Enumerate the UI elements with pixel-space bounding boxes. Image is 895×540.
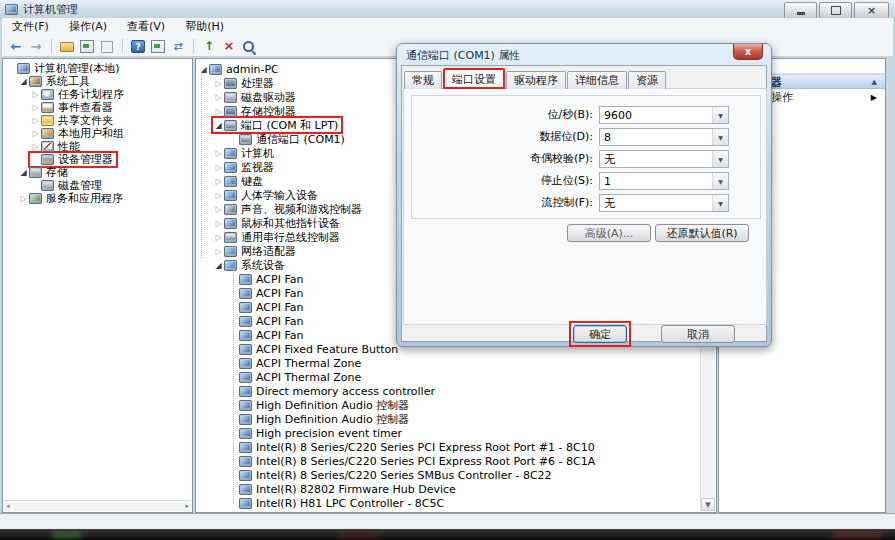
tree-item[interactable]: ▷本地用户和组	[3, 127, 192, 140]
ok-button[interactable]: 确定	[573, 325, 627, 343]
collapsed-arrow-icon[interactable]: ▷	[213, 205, 224, 214]
tree-item[interactable]: ACPI Thermal Zone	[196, 356, 716, 370]
properties-icon[interactable]	[99, 39, 115, 54]
tree-item[interactable]: Intel(R) 8 Series/C220 Series SMBus Cont…	[196, 468, 716, 482]
menu-action[interactable]: 操作(A)	[59, 18, 117, 36]
tab-port-settings[interactable]: 端口设置	[443, 68, 505, 89]
uninstall-icon[interactable]	[221, 39, 237, 54]
maximize-button[interactable]	[819, 2, 852, 19]
expanded-arrow-icon[interactable]: ◢	[213, 121, 224, 130]
expanded-arrow-icon[interactable]: ◢	[18, 77, 29, 86]
tree-row-content: Intel(R) 8 Series/C220 Series SMBus Cont…	[228, 468, 555, 482]
data-bits-combobox[interactable]: 8▼	[599, 128, 729, 146]
console-tree-panel: 计算机管理(本地)◢系统工具▷任务计划程序▷事件查看器▷共享文件夹▷本地用户和组…	[2, 58, 193, 513]
dev-icon	[224, 218, 237, 229]
tree-item[interactable]: Intel(R) 82802 Firmware Hub Device	[196, 482, 716, 496]
expanded-arrow-icon[interactable]: ◢	[213, 261, 224, 270]
tree-item[interactable]: Intel(R) 8 Series/C220 Series PCI Expres…	[196, 440, 716, 454]
tree-row-content: High precision event timer	[228, 426, 405, 440]
tree-item[interactable]: High Definition Audio 控制器	[196, 398, 716, 412]
horizontal-scrollbar[interactable]: ◂▸	[4, 500, 191, 511]
services-icon	[29, 193, 42, 204]
tree-item-label: 处理器	[241, 76, 274, 91]
tree-item-label: High precision event timer	[256, 427, 402, 440]
tab-resources[interactable]: 资源	[628, 71, 666, 89]
bits-per-second-combobox[interactable]: 9600▼	[599, 106, 729, 124]
close-button[interactable]: ×	[854, 2, 889, 19]
back-icon[interactable]	[8, 39, 24, 54]
expanded-arrow-icon[interactable]: ◢	[18, 168, 29, 177]
collapsed-arrow-icon[interactable]: ▷	[30, 103, 41, 112]
help-icon[interactable]	[130, 39, 146, 54]
collapsed-arrow-icon[interactable]: ▷	[213, 233, 224, 242]
console-tree: 计算机管理(本地)◢系统工具▷任务计划程序▷事件查看器▷共享文件夹▷本地用户和组…	[3, 62, 192, 205]
parity-combobox[interactable]: 无▼	[599, 150, 729, 168]
tree-item-label: ACPI Fixed Feature Button	[256, 343, 398, 356]
scan-hardware-icon[interactable]	[241, 39, 257, 54]
collapse-icon[interactable]: ▲	[872, 75, 877, 90]
maximize-icon	[831, 6, 841, 15]
menu-help[interactable]: 帮助(H)	[175, 18, 234, 36]
console-window-icon[interactable]	[79, 39, 95, 54]
tree-item[interactable]: Direct memory access controller	[196, 384, 716, 398]
collapsed-arrow-icon[interactable]: ▷	[30, 129, 41, 138]
tree-row-content: ◢admin-PC	[198, 62, 282, 76]
refresh-icon[interactable]	[170, 39, 186, 54]
collapsed-arrow-icon[interactable]: ▷	[213, 149, 224, 158]
collapsed-arrow-icon[interactable]: ▷	[30, 142, 41, 151]
chevron-down-icon[interactable]: ▼	[712, 173, 728, 189]
sidebar-item-device-manager[interactable]: 设备管理器	[3, 153, 192, 166]
scroll-right-icon[interactable]: ▸	[185, 502, 189, 510]
scroll-down-icon[interactable]: ▼	[701, 498, 715, 511]
chevron-down-icon[interactable]: ▼	[712, 129, 728, 145]
taskbar-blob	[832, 532, 882, 538]
tree-item[interactable]: Intel(R) 8 Series/C220 Series PCI Expres…	[196, 454, 716, 468]
collapsed-arrow-icon[interactable]: ▷	[213, 163, 224, 172]
chevron-down-icon[interactable]: ▼	[712, 107, 728, 123]
tab-general[interactable]: 常规	[404, 71, 442, 89]
scroll-left-icon[interactable]: ◂	[6, 502, 10, 510]
tree-row-content: ACPI Fan	[228, 314, 306, 328]
tree-row-content: ACPI Thermal Zone	[228, 370, 364, 384]
collapsed-arrow-icon[interactable]: ▷	[213, 177, 224, 186]
tree-item[interactable]: ▷服务和应用程序	[3, 192, 192, 205]
collapsed-arrow-icon[interactable]: ▷	[18, 194, 29, 203]
collapsed-arrow-icon[interactable]: ▷	[213, 247, 224, 256]
chevron-down-icon[interactable]: ▼	[712, 195, 728, 211]
console-window-icon[interactable]	[150, 39, 166, 54]
tree-item[interactable]: High Definition Audio 控制器	[196, 412, 716, 426]
flow-control-combobox[interactable]: 无▼	[599, 194, 729, 212]
collapsed-arrow-icon[interactable]: ▷	[213, 107, 224, 116]
menu-view[interactable]: 查看(V)	[117, 18, 175, 36]
disk-icon	[41, 180, 54, 191]
tab-driver[interactable]: 驱动程序	[506, 71, 566, 89]
minimize-button[interactable]	[784, 2, 817, 19]
collapsed-arrow-icon[interactable]: ▷	[30, 116, 41, 125]
tree-item[interactable]: ACPI Thermal Zone	[196, 370, 716, 384]
collapsed-arrow-icon[interactable]: ▷	[30, 90, 41, 99]
tree-item[interactable]: 计算机管理(本地)	[3, 62, 192, 75]
tree-row-content: Intel(R) H81 LPC Controller - 8C5C	[228, 496, 447, 510]
forward-icon[interactable]	[28, 39, 44, 54]
export-list-icon[interactable]	[59, 39, 75, 54]
dialog-close-button[interactable]: x	[733, 44, 763, 60]
app-icon	[5, 4, 18, 15]
computer-icon	[17, 63, 30, 74]
collapsed-arrow-icon[interactable]: ▷	[213, 93, 224, 102]
chevron-down-icon[interactable]: ▼	[712, 151, 728, 167]
expanded-arrow-icon[interactable]: ◢	[198, 65, 209, 74]
menu-file[interactable]: 文件(F)	[2, 18, 59, 36]
collapsed-arrow-icon[interactable]: ▷	[213, 191, 224, 200]
restore-defaults-button[interactable]: 还原默认值(R)	[655, 224, 749, 242]
tree-item[interactable]: Intel(R) H81 LPC Controller - 8C5C	[196, 496, 716, 510]
cancel-button[interactable]: 取消	[661, 325, 735, 343]
tree-item[interactable]: High precision event timer	[196, 426, 716, 440]
stop-bits-value: 1	[600, 175, 712, 188]
update-driver-icon[interactable]	[201, 39, 217, 54]
advanced-button[interactable]: 高级(A)...	[567, 224, 651, 242]
collapsed-arrow-icon[interactable]: ▷	[213, 219, 224, 228]
tree-row-content: ACPI Fan	[228, 272, 306, 286]
collapsed-arrow-icon[interactable]: ▷	[213, 79, 224, 88]
tab-details[interactable]: 详细信息	[567, 71, 627, 89]
stop-bits-combobox[interactable]: 1▼	[599, 172, 729, 190]
